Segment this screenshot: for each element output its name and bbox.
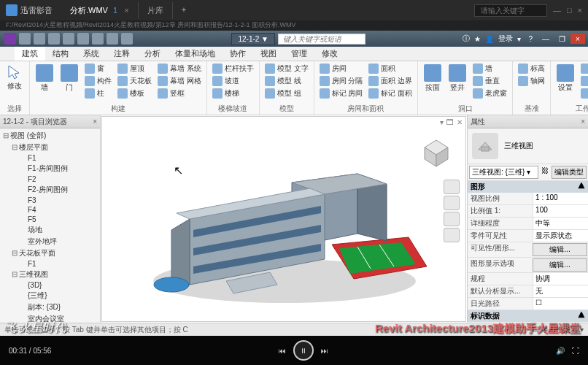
tag-area-button[interactable]: 标记 面积 (366, 88, 414, 99)
modify-button[interactable]: 修改 (3, 63, 26, 91)
level-button[interactable]: 标高 (516, 63, 547, 74)
minimize-icon[interactable]: — (553, 6, 561, 15)
roof-button[interactable]: 屋顶 (115, 63, 154, 74)
tree-item[interactable]: F2-房间图例 (1, 184, 98, 196)
property-section-header[interactable]: 图形⯅ (468, 181, 588, 193)
ribbon-tab-architecture[interactable]: 建筑 (15, 47, 45, 61)
close-icon[interactable]: × (578, 6, 582, 15)
tree-item[interactable]: ⊟视图 (全部) (1, 130, 98, 142)
login-link[interactable]: 登录 (498, 34, 513, 44)
user-icon[interactable]: 👤 (485, 35, 494, 43)
property-value[interactable]: 协调 (533, 273, 588, 285)
model-group-button[interactable]: 模型 组 (263, 88, 311, 99)
ribbon-tab-collab[interactable]: 协作 (223, 47, 253, 61)
properties-grid[interactable]: 图形⯅视图比例1 : 100比例值 1:100详细程度中等零件可见性显示原状态可… (468, 181, 588, 323)
pan-icon[interactable] (444, 196, 460, 210)
property-value[interactable]: 中等 (533, 218, 588, 229)
tree-item[interactable]: ⊟天花板平面 (1, 247, 98, 259)
tree-item[interactable]: 室外地坪 (1, 236, 98, 247)
revit-minimize-button[interactable]: — (538, 34, 553, 44)
tree-item[interactable]: {三维} (1, 290, 98, 301)
app-menu-icon[interactable] (4, 33, 16, 45)
qat-open-icon[interactable] (19, 33, 31, 45)
zoom-icon[interactable] (444, 212, 460, 226)
fullscreen-icon[interactable]: ⛶ (572, 347, 579, 355)
tree-item[interactable]: 副本: {3D} (1, 301, 98, 313)
viewport-maximize-icon[interactable]: 🗖 (446, 118, 454, 126)
qat-measure-icon[interactable] (92, 33, 104, 45)
tree-item[interactable]: 场地 (1, 224, 98, 236)
grid-button[interactable]: 轴网 (516, 75, 547, 87)
close-icon[interactable]: × (581, 118, 585, 126)
tree-item[interactable]: F5 (1, 215, 98, 224)
revit-restore-button[interactable]: ❐ (554, 34, 569, 44)
ribbon-tab-systems[interactable]: 系统 (76, 47, 107, 61)
room-sep-button[interactable]: 房间 分隔 (317, 75, 365, 87)
property-edit-button[interactable]: 编辑... (533, 243, 587, 256)
property-value[interactable]: ☐ (533, 298, 588, 310)
railing-button[interactable]: 栏杆扶手 (210, 63, 256, 74)
qat-undo-icon[interactable] (48, 33, 60, 45)
ribbon-tab-modify[interactable]: 修改 (314, 47, 345, 61)
info-icon[interactable]: ⓘ (463, 34, 470, 44)
steering-wheel-icon[interactable] (444, 180, 460, 194)
ribbon-tab-manage[interactable]: 管理 (284, 47, 314, 61)
edit-type-button[interactable]: 编辑类型 (552, 166, 587, 179)
opening-shaft-button[interactable]: 竖井 (446, 63, 469, 93)
curtain-grid-button[interactable]: 幕墙 网格 (155, 75, 204, 87)
viewport-close-icon[interactable]: ✕ (457, 118, 463, 126)
model-line-button[interactable]: 模型 线 (263, 75, 311, 87)
column-button[interactable]: 柱 (82, 88, 114, 99)
ribbon-tab-structure[interactable]: 结构 (45, 47, 76, 61)
close-icon[interactable]: × (124, 6, 128, 15)
tree-item[interactable]: {3D} (1, 280, 98, 290)
star-icon[interactable]: ★ (474, 35, 481, 43)
door-button[interactable]: 门 (58, 63, 81, 93)
ribbon-tab-analyze[interactable]: 分析 (137, 47, 168, 61)
tree-item[interactable]: F4 (1, 205, 98, 215)
volume-icon[interactable]: 🔊 (556, 347, 565, 355)
component-button[interactable]: 构件 (82, 75, 114, 87)
player-tab-library[interactable]: 片库 (139, 2, 173, 19)
window-button[interactable]: 窗 (82, 63, 114, 74)
mullion-button[interactable]: 竖框 (155, 88, 204, 99)
property-edit-button[interactable]: 编辑... (533, 258, 587, 272)
property-value[interactable]: 显示原状态 (533, 230, 588, 242)
ribbon-tab-massing[interactable]: 体量和场地 (168, 47, 223, 61)
browser-tree[interactable]: ⊟视图 (全部)⊟楼层平面F1F1-房间图例F2F2-房间图例F3F4F5场地室… (0, 128, 100, 323)
ribbon-tab-annotate[interactable]: 注释 (107, 47, 137, 61)
opening-byface-button[interactable]: 按面 (421, 63, 444, 93)
property-value[interactable]: 1 : 100 (533, 193, 588, 204)
tree-item[interactable]: F2 (1, 174, 98, 184)
player-tab-add[interactable]: + (173, 2, 195, 19)
qat-print-icon[interactable] (77, 33, 89, 45)
viewport-menu-icon[interactable]: ▾ (440, 118, 444, 126)
tag-room-button[interactable]: 标记 房间 (317, 88, 365, 99)
revit-help-search[interactable] (278, 34, 365, 45)
floor-button[interactable]: 楼板 (115, 88, 154, 99)
tree-item[interactable]: 室内会议室 (1, 313, 98, 323)
orbit-icon[interactable] (444, 228, 460, 242)
tree-item[interactable]: F1 (1, 153, 98, 163)
properties-type-selector[interactable]: 三维视图 (468, 128, 588, 164)
property-value[interactable]: 100 (533, 205, 588, 217)
tree-item[interactable]: F3 (1, 196, 98, 205)
player-tab-active[interactable]: 分析.WMV 1 × (61, 2, 139, 19)
model-text-button[interactable]: 模型 文字 (263, 63, 311, 74)
tree-item[interactable]: F1 (1, 259, 98, 269)
curtain-system-button[interactable]: 幕墙 系统 (155, 63, 204, 74)
workplane-show-button[interactable]: 显示 (579, 63, 588, 74)
area-boundary-button[interactable]: 面积 边界 (366, 75, 414, 87)
tree-item[interactable]: F1-房间图例 (1, 163, 98, 174)
property-value[interactable]: 无 (533, 285, 588, 297)
help-icon[interactable]: ? (528, 35, 533, 43)
opening-dormer-button[interactable]: 老虎窗 (471, 88, 509, 99)
opening-vertical-button[interactable]: 垂直 (471, 75, 509, 87)
maximize-icon[interactable]: □ (567, 6, 572, 15)
close-icon[interactable]: × (93, 118, 97, 126)
document-title[interactable]: 12-1-2 ▼ (231, 33, 275, 45)
tree-item[interactable]: ⊟三维视图 (1, 269, 98, 280)
workplane-set-button[interactable]: 设置 (554, 63, 577, 93)
viewport-3d[interactable]: ▾ 🗖 ✕ ↖ (101, 116, 466, 322)
ceiling-button[interactable]: 天花板 (115, 75, 154, 87)
